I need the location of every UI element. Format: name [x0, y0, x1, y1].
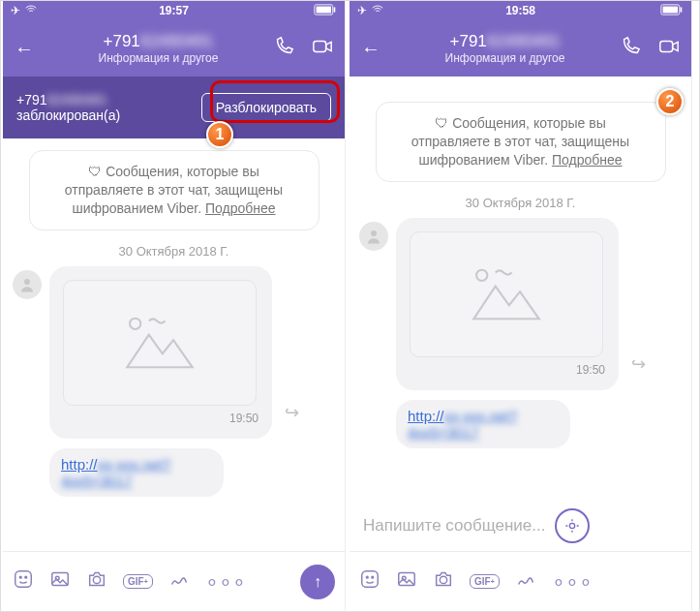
svg-point-11 [93, 576, 100, 583]
message-time: 19:50 [63, 412, 259, 425]
status-bar: ✈ 19:58 [350, 1, 691, 20]
gif-icon[interactable]: GIF+ [470, 574, 500, 589]
image-message-bubble[interactable]: 19:50 ↪ [396, 218, 619, 390]
date-separator: 30 Октября 2018 Г. [3, 244, 345, 259]
forward-icon[interactable]: ↪ [631, 353, 646, 375]
header-title-area[interactable]: +79162490491 Информация и другое [390, 32, 620, 65]
video-call-icon[interactable] [312, 36, 333, 62]
more-icon[interactable]: ∘∘∘ [205, 569, 246, 595]
back-icon[interactable]: ← [361, 38, 380, 60]
phone-screenshot-right: ✈ 19:58 ← +79162490491 Информация и друг… [350, 1, 692, 611]
contact-name: +79162490491 [44, 32, 273, 51]
status-time: 19:58 [350, 4, 691, 17]
video-call-icon[interactable] [658, 36, 680, 62]
unblock-button[interactable]: Разблокировать [201, 93, 331, 122]
back-icon[interactable]: ← [15, 38, 34, 60]
svg-point-21 [372, 576, 374, 578]
blocked-number-text: +79162490491 заблокирован(а) [16, 92, 120, 123]
composer-bar: GIF+ ∘∘∘ ↑ [3, 551, 345, 611]
chat-header: ← +79162490491 Информация и другое [3, 20, 345, 76]
svg-point-5 [130, 318, 140, 328]
voice-message-button[interactable] [555, 508, 590, 543]
message-input[interactable]: Напишите сообщение... [363, 516, 545, 536]
svg-point-18 [570, 523, 575, 528]
callout-marker-2: 2 [656, 88, 684, 115]
chat-area: 2 🛡 Сообщения, которые вы отправляете в … [350, 76, 691, 551]
svg-point-17 [476, 269, 487, 280]
composer-bar: GIF+ ∘∘∘ [350, 551, 691, 611]
svg-point-8 [25, 576, 27, 578]
callout-marker-1: 1 [206, 121, 233, 148]
encryption-more-link[interactable]: Подробнее [552, 152, 623, 168]
forward-icon[interactable]: ↪ [285, 402, 299, 423]
svg-rect-3 [314, 41, 326, 51]
svg-point-24 [440, 576, 446, 583]
shield-icon: 🛡 [435, 115, 448, 131]
camera-icon[interactable] [433, 568, 454, 596]
voice-call-icon[interactable] [273, 36, 294, 62]
avatar[interactable] [359, 222, 388, 251]
header-subtitle: Информация и другое [390, 51, 620, 65]
header-title-area[interactable]: +79162490491 Информация и другое [44, 32, 273, 65]
gallery-icon[interactable] [396, 568, 417, 596]
svg-point-16 [371, 230, 377, 236]
svg-point-4 [24, 279, 30, 285]
svg-point-7 [19, 576, 21, 578]
message-row: 19:50 ↪ [3, 266, 345, 439]
chat-area: +79162490491 заблокирован(а) Разблокиров… [3, 76, 345, 551]
image-placeholder-icon [410, 231, 603, 357]
gallery-icon[interactable] [49, 568, 71, 596]
gif-icon[interactable]: GIF+ [123, 574, 153, 589]
link-message-bubble[interactable]: http://xx-xxx.net?4xx5=3017 [49, 448, 224, 497]
encryption-notice: 🛡 Сообщения, которые вы отправляете в эт… [376, 102, 666, 182]
encryption-notice: 🛡 Сообщения, которые вы отправляете в эт… [29, 150, 320, 230]
phone-screenshot-left: ✈ 19:57 ← +79162490491 Информация и друг… [3, 1, 346, 611]
svg-rect-15 [660, 41, 673, 51]
send-button[interactable]: ↑ [300, 565, 335, 599]
doodle-icon[interactable] [515, 568, 536, 596]
camera-icon[interactable] [86, 568, 107, 596]
status-time: 19:57 [3, 4, 345, 17]
contact-name: +79162490491 [390, 32, 620, 51]
voice-call-icon[interactable] [620, 36, 641, 62]
message-row: 19:50 ↪ [350, 218, 691, 390]
header-subtitle: Информация и другое [44, 51, 273, 65]
sticker-icon[interactable] [359, 568, 380, 596]
link-message-bubble[interactable]: http://xx-xxx.net?4xx5=3017 [396, 400, 570, 448]
svg-point-20 [366, 576, 368, 578]
image-message-bubble[interactable]: 19:50 ↪ [49, 266, 272, 439]
blocked-banner: +79162490491 заблокирован(а) Разблокиров… [3, 76, 345, 138]
doodle-icon[interactable] [168, 568, 190, 596]
date-separator: 30 Октября 2018 Г. [350, 196, 691, 210]
avatar[interactable] [13, 270, 42, 299]
encryption-more-link[interactable]: Подробнее [205, 200, 276, 216]
svg-rect-6 [15, 570, 32, 587]
shield-icon: 🛡 [88, 164, 102, 179]
sticker-icon[interactable] [13, 568, 34, 596]
more-icon[interactable]: ∘∘∘ [552, 569, 593, 595]
message-time: 19:50 [410, 363, 605, 377]
chat-header: ← +79162490491 Информация и другое [350, 20, 691, 76]
svg-rect-19 [362, 570, 379, 587]
image-placeholder-icon [63, 280, 257, 406]
status-bar: ✈ 19:57 [3, 1, 345, 20]
